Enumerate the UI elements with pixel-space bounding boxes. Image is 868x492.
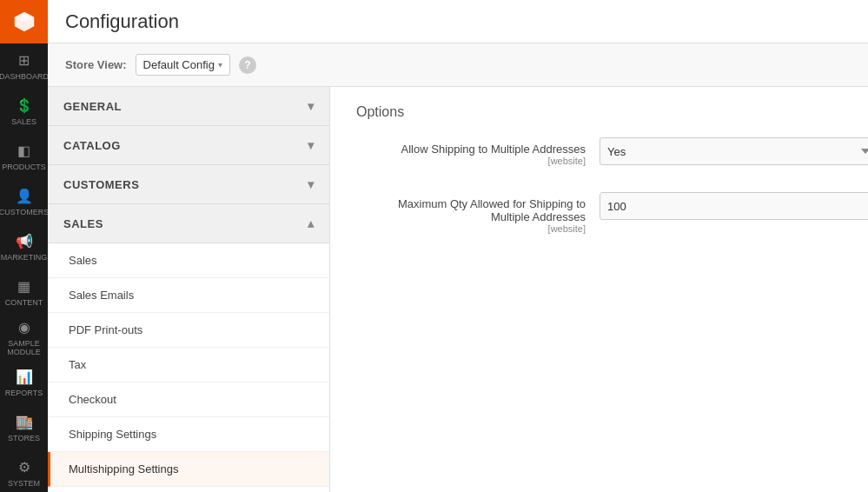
max-qty-input[interactable] bbox=[600, 192, 868, 220]
sidebar-item-label: CONTENT bbox=[5, 298, 43, 307]
config-row-allow-shipping: Allow Shipping to Multiple Addresses [we… bbox=[356, 137, 842, 175]
chevron-down-icon: ▾ bbox=[308, 138, 315, 152]
sidebar-item-label: MARKETING bbox=[1, 253, 48, 262]
customers-icon: 👤 bbox=[16, 188, 33, 204]
nav-section-general-label: GENERAL bbox=[63, 100, 122, 113]
config-label-sub: [website] bbox=[356, 156, 586, 166]
reports-icon: 📊 bbox=[16, 369, 33, 385]
sales-icon: 💲 bbox=[16, 97, 33, 114]
store-view-bar: Store View: Default Config ▾ ? bbox=[48, 43, 868, 87]
sidebar-item-stores[interactable]: 🏬 STORES bbox=[0, 405, 48, 450]
sidebar: ⊞ DASHBOARD 💲 SALES ◧ PRODUCTS 👤 CUSTOME… bbox=[0, 0, 48, 492]
sidebar-item-marketing[interactable]: 📢 MARKETING bbox=[0, 224, 48, 269]
config-row-max-qty: Maximum Qty Allowed for Shipping to Mult… bbox=[356, 192, 842, 243]
sidebar-item-sales[interactable]: 💲 SALES bbox=[0, 89, 48, 134]
sidebar-item-label: PRODUCTS bbox=[2, 163, 46, 171]
sidebar-item-reports[interactable]: 📊 REPORTS bbox=[0, 360, 48, 405]
sidebar-item-label: CUSTOMERS bbox=[0, 208, 49, 216]
nav-sub-item-sales-emails[interactable]: Sales Emails bbox=[48, 278, 329, 313]
config-control-max-qty: Use sy bbox=[600, 192, 868, 220]
sidebar-item-system[interactable]: ⚙ SYSTEM bbox=[0, 450, 48, 492]
sample-module-icon: ◉ bbox=[18, 319, 30, 336]
chevron-down-icon: ▾ bbox=[308, 177, 315, 191]
chevron-down-icon: ▾ bbox=[218, 60, 222, 70]
sidebar-item-label: STORES bbox=[8, 434, 40, 442]
main-content: Configuration Store View: Default Config… bbox=[48, 0, 868, 492]
panel-title: Options bbox=[356, 104, 842, 120]
sidebar-item-label: DASHBOARD bbox=[0, 72, 49, 81]
config-control-allow-shipping: Yes No Use sy bbox=[600, 137, 868, 165]
products-icon: ◧ bbox=[17, 143, 30, 159]
config-label-allow-shipping: Allow Shipping to Multiple Addresses [we… bbox=[356, 137, 600, 166]
config-label-sub: [website] bbox=[356, 223, 586, 234]
stores-icon: 🏬 bbox=[16, 414, 33, 430]
config-label-max-qty: Maximum Qty Allowed for Shipping to Mult… bbox=[356, 192, 600, 234]
sidebar-item-customers[interactable]: 👤 CUSTOMERS bbox=[0, 179, 48, 224]
store-view-label: Store View: bbox=[65, 58, 127, 71]
content-area: GENERAL ▾ CATALOG ▾ CUSTOMERS ▾ SALES ▴ … bbox=[48, 87, 868, 492]
content-icon: ▦ bbox=[17, 278, 30, 295]
page-title: Configuration bbox=[65, 10, 179, 33]
nav-sub-item-multishipping-settings[interactable]: Multishipping Settings bbox=[48, 452, 329, 487]
chevron-down-icon: ▾ bbox=[308, 99, 315, 113]
sidebar-item-sample-module[interactable]: ◉ SAMPLEMODULE bbox=[0, 315, 48, 360]
nav-sub-item-shipping-settings[interactable]: Shipping Settings bbox=[48, 417, 329, 452]
nav-section-catalog-label: CATALOG bbox=[63, 139, 121, 152]
nav-section-general[interactable]: GENERAL ▾ bbox=[48, 87, 329, 126]
allow-shipping-select[interactable]: Yes No bbox=[600, 137, 868, 165]
sidebar-item-label: SALES bbox=[11, 117, 36, 126]
marketing-icon: 📢 bbox=[16, 233, 33, 249]
nav-section-customers-label: CUSTOMERS bbox=[63, 178, 139, 191]
sidebar-item-content[interactable]: ▦ CONTENT bbox=[0, 269, 48, 315]
nav-section-sales-label: SALES bbox=[63, 217, 103, 230]
config-label-text: Maximum Qty Allowed for Shipping to Mult… bbox=[356, 197, 586, 223]
sidebar-item-label: SAMPLEMODULE bbox=[7, 339, 41, 356]
nav-section-customers[interactable]: CUSTOMERS ▾ bbox=[48, 165, 329, 204]
dashboard-icon: ⊞ bbox=[18, 52, 30, 69]
store-view-value: Default Config bbox=[143, 58, 215, 71]
help-icon[interactable]: ? bbox=[239, 57, 256, 74]
nav-sub-item-tax[interactable]: Tax bbox=[48, 348, 329, 382]
sidebar-item-label: SYSTEM bbox=[8, 479, 40, 488]
nav-sub-item-sales[interactable]: Sales bbox=[48, 243, 329, 278]
store-view-select[interactable]: Default Config ▾ bbox=[136, 54, 230, 76]
nav-sub-item-checkout[interactable]: Checkout bbox=[48, 382, 329, 417]
nav-section-sales[interactable]: SALES ▴ bbox=[48, 204, 329, 243]
chevron-up-icon: ▴ bbox=[308, 216, 315, 230]
system-icon: ⚙ bbox=[18, 459, 30, 475]
topbar: Configuration bbox=[48, 0, 868, 43]
sidebar-item-label: REPORTS bbox=[5, 389, 43, 397]
sidebar-item-products[interactable]: ◧ PRODUCTS bbox=[0, 134, 48, 179]
left-nav: GENERAL ▾ CATALOG ▾ CUSTOMERS ▾ SALES ▴ … bbox=[48, 87, 330, 492]
nav-sub-item-pdf-print-outs[interactable]: PDF Print-outs bbox=[48, 313, 329, 348]
nav-sub-item-shipping-methods[interactable]: Shipping Methods bbox=[48, 487, 329, 492]
sidebar-item-dashboard[interactable]: ⊞ DASHBOARD bbox=[0, 43, 48, 89]
config-label-text: Allow Shipping to Multiple Addresses bbox=[356, 143, 586, 156]
nav-section-catalog[interactable]: CATALOG ▾ bbox=[48, 126, 329, 165]
logo[interactable] bbox=[0, 0, 48, 43]
right-panel: Options Allow Shipping to Multiple Addre… bbox=[330, 87, 868, 492]
